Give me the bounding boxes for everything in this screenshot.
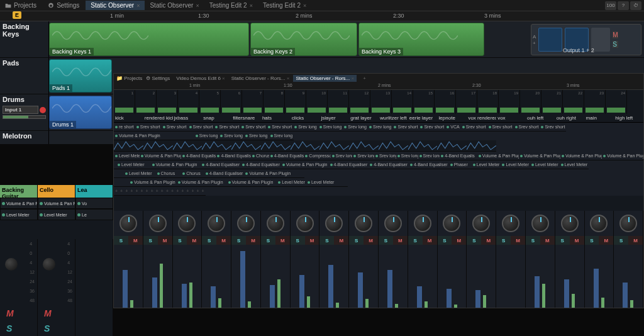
pan-knob[interactable] — [472, 215, 490, 232]
add-plugin-button[interactable]: + — [150, 187, 155, 196]
plugin-slot[interactable]: 4-Band Equaliser — [369, 160, 409, 169]
plugin-slot[interactable]: Volume & Pan Plugin — [151, 160, 199, 169]
mute-button[interactable]: M — [452, 236, 466, 245]
volume-fader[interactable] — [623, 283, 628, 308]
channel-name[interactable]: filtersnare — [231, 114, 261, 123]
volume-fader[interactable] — [211, 286, 216, 308]
close-icon[interactable]: × — [196, 3, 199, 9]
solo-button[interactable]: S — [231, 236, 246, 245]
nested-project-tab[interactable]: Static Observer - Rors... × — [293, 75, 357, 82]
pan-knob[interactable] — [325, 215, 343, 232]
nested-ruler[interactable]: 1 min1:302 mins2:303 mins — [114, 82, 643, 90]
track-thumbnail[interactable]: 19 — [499, 90, 520, 114]
volume-fader[interactable] — [475, 290, 480, 308]
track-thumbnail[interactable]: 7 — [242, 90, 264, 114]
track-thumbnail[interactable]: 4 — [178, 90, 199, 114]
mute-button[interactable]: M — [187, 236, 201, 245]
solo-button[interactable]: S — [408, 236, 423, 245]
plugin-enable-dot[interactable] — [2, 213, 5, 216]
mute-button[interactable]: M — [393, 236, 408, 245]
add-plugin-button[interactable]: + — [185, 187, 190, 196]
track-thumbnail[interactable]: 15 — [413, 90, 435, 114]
channel-name[interactable]: lepnote — [438, 114, 467, 123]
volume-fader[interactable] — [152, 277, 157, 308]
add-plugin-button[interactable]: + — [124, 187, 129, 196]
channel-name[interactable]: main — [585, 114, 614, 123]
plugin-slot[interactable]: VCA — [445, 123, 460, 132]
add-plugin-button[interactable]: + — [180, 187, 185, 196]
pan-knob[interactable] — [619, 215, 637, 232]
plugin-slot[interactable]: Phaser — [449, 160, 469, 169]
add-plugin-button[interactable]: + — [129, 187, 134, 196]
add-plugin-button[interactable]: + — [201, 187, 206, 196]
solo-button[interactable]: S — [496, 236, 511, 245]
add-plugin-button[interactable]: + — [196, 187, 201, 196]
channel-name[interactable]: wurlitzer left — [379, 114, 408, 123]
add-plugin-button[interactable]: + — [190, 187, 195, 196]
add-plugin-button[interactable]: + — [160, 187, 165, 196]
plugin-slot[interactable]: Level Meter — [116, 160, 146, 169]
plugin-slot[interactable]: Srev short — [514, 123, 540, 132]
track-header[interactable]: Backing Keys — [0, 21, 49, 57]
plugin-slot[interactable]: Le — [75, 209, 113, 220]
solo-button[interactable]: S — [143, 236, 158, 245]
track-thumbnail[interactable]: 11 — [328, 90, 349, 114]
plugin-slot[interactable]: Level Meter — [560, 160, 589, 169]
track-thumbnail[interactable]: 6 — [221, 90, 242, 114]
track-thumbnail[interactable]: 16 — [435, 90, 456, 114]
mute-button[interactable]: M — [216, 236, 231, 245]
add-plugin-button[interactable]: + — [175, 187, 180, 196]
plugin-slot[interactable]: Srev short — [487, 123, 514, 132]
add-output-button[interactable]: + — [533, 40, 536, 46]
volume-fader[interactable] — [387, 270, 392, 308]
nested-project-tab[interactable]: Video Demos Edit 6 × — [174, 75, 227, 82]
track-thumbnail[interactable]: 18 — [477, 90, 499, 114]
plugin-slot[interactable]: Volume & Pan Plugin — [560, 152, 602, 160]
clock-icon[interactable]: ⏱ — [630, 1, 641, 10]
close-icon[interactable]: × — [222, 76, 225, 81]
pan-knob[interactable] — [502, 215, 519, 232]
channel-name[interactable]: vox — [496, 114, 526, 123]
solo-button[interactable]: S — [614, 236, 628, 245]
pan-knob[interactable] — [561, 215, 579, 232]
plugin-slot[interactable]: Volume & Pan Plugin — [477, 152, 519, 160]
track-thumbnail[interactable]: 23 — [584, 90, 606, 114]
solo-button[interactable]: S — [349, 236, 364, 245]
track-thumbnail[interactable]: 17 — [456, 90, 477, 114]
audio-clip[interactable]: Drums 1 — [49, 96, 112, 129]
track-thumbnail[interactable]: 10 — [306, 90, 328, 114]
pan-knob[interactable] — [414, 215, 431, 232]
track-thumbnail[interactable]: 13 — [370, 90, 392, 114]
add-plugin-button[interactable]: + — [139, 187, 144, 196]
pan-knob[interactable] — [43, 258, 55, 271]
channel-header[interactable]: Lea — [75, 185, 113, 198]
plugin-slot[interactable]: 4-Band Equaliser — [409, 160, 449, 169]
plugin-slot[interactable]: Volume & Pan Plugin — [244, 169, 292, 178]
volume-fader[interactable] — [535, 276, 540, 308]
solo-button[interactable]: S — [114, 236, 128, 245]
channel-name[interactable]: kick — [114, 114, 143, 123]
plugin-enable-dot[interactable] — [40, 202, 43, 205]
project-tab[interactable]: Static Observer× — [86, 1, 145, 10]
channel-name[interactable]: high left — [614, 114, 643, 123]
record-arm-button[interactable] — [40, 107, 46, 113]
track-input-select[interactable]: Input 1 — [3, 106, 38, 114]
volume-fader[interactable] — [240, 251, 245, 308]
plugin-slot[interactable]: Srev short — [162, 123, 188, 132]
plugin-enable-dot[interactable] — [77, 213, 80, 216]
plugin-slot[interactable]: Srev short — [135, 123, 162, 132]
plugin-slot[interactable] — [345, 178, 348, 187]
track-thumbnail[interactable]: 14 — [392, 90, 413, 114]
new-tab-button[interactable]: + — [363, 76, 366, 81]
add-plugin-button[interactable]: + — [165, 187, 170, 196]
close-icon[interactable]: × — [351, 76, 354, 81]
solo-button[interactable]: S — [467, 236, 481, 245]
mute-button[interactable]: M — [246, 236, 260, 245]
mute-button[interactable]: M — [128, 236, 143, 245]
plugin-slot[interactable]: Volume & Pan Plugin — [602, 152, 643, 160]
volume-fader[interactable] — [564, 279, 569, 308]
track-thumbnail[interactable]: 20 — [520, 90, 541, 114]
plugin-slot[interactable]: Srev long — [194, 132, 219, 140]
add-plugin-button[interactable]: + — [170, 187, 175, 196]
plugin-slot[interactable]: 4-Band Equaliser — [216, 152, 251, 160]
